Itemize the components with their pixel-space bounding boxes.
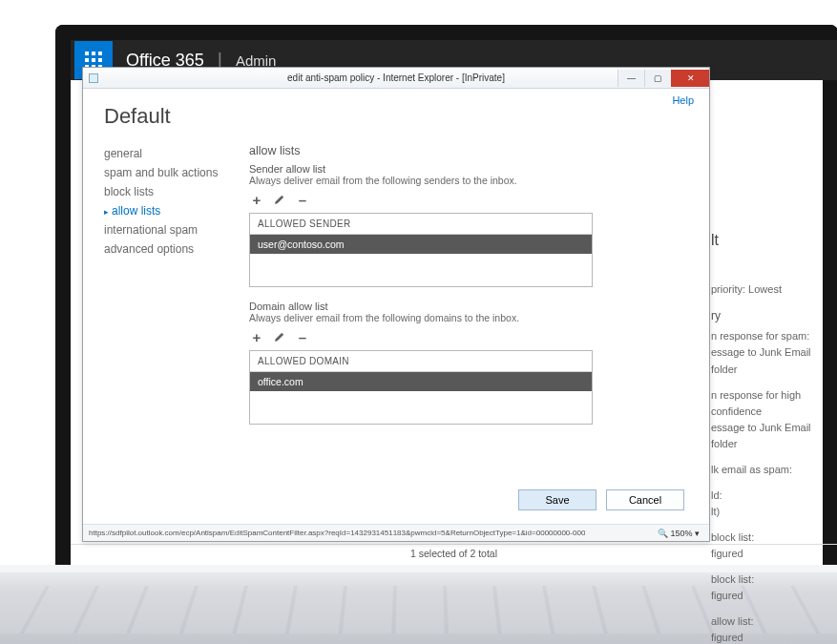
bg-line: n response for spam: xyxy=(711,328,826,344)
section-heading: allow lists xyxy=(249,144,673,157)
add-icon[interactable]: + xyxy=(249,192,264,207)
sender-row[interactable]: user@contoso.com xyxy=(250,235,592,254)
bg-line: block list: xyxy=(711,530,826,546)
svg-rect-1 xyxy=(92,52,95,55)
remove-icon[interactable]: – xyxy=(295,329,310,344)
svg-rect-4 xyxy=(92,58,95,62)
page-title: Default xyxy=(104,104,692,129)
minimize-button[interactable]: — xyxy=(617,70,644,87)
main-pane: allow lists Sender allow list Always del… xyxy=(249,144,692,425)
left-nav: general spam and bulk actions block list… xyxy=(104,144,228,425)
dialog-content: Help Default general spam and bulk actio… xyxy=(83,89,709,524)
bg-details-panel: lt priority: Lowest ry n response for sp… xyxy=(711,229,826,644)
ie-titlebar[interactable]: edit anti-spam policy - Internet Explore… xyxy=(83,68,709,89)
bg-line: ld: xyxy=(711,488,826,504)
cancel-button[interactable]: Cancel xyxy=(606,489,684,510)
help-link[interactable]: Help xyxy=(672,94,694,106)
ie-title-text: edit anti-spam policy - Internet Explore… xyxy=(287,73,505,83)
sender-allow-label: Sender allow list xyxy=(249,163,673,175)
edit-icon[interactable] xyxy=(272,329,287,344)
bg-line: lk email as spam: xyxy=(711,462,826,478)
bg-line: figured xyxy=(711,588,826,604)
close-button[interactable]: ✕ xyxy=(671,70,709,87)
domain-allow-desc: Always deliver email from the following … xyxy=(249,312,673,323)
bg-summary-hdr: ry xyxy=(711,307,826,325)
svg-rect-3 xyxy=(85,58,89,62)
bg-line: figured xyxy=(711,630,826,644)
bg-line: block list: xyxy=(711,571,826,588)
sender-allow-listbox[interactable]: ALLOWED SENDER user@contoso.com xyxy=(249,213,593,287)
maximize-button[interactable]: ▢ xyxy=(644,70,671,87)
edit-icon[interactable] xyxy=(272,192,287,207)
nav-item-allow-lists[interactable]: allow lists xyxy=(104,201,228,220)
bg-line: figured xyxy=(711,546,826,562)
zoom-value: 150% xyxy=(670,529,692,538)
nav-item-intl-spam[interactable]: international spam xyxy=(104,220,228,239)
save-button[interactable]: Save xyxy=(518,489,596,510)
domain-column-header: ALLOWED DOMAIN xyxy=(250,351,592,372)
status-url: https://sdfpilot.outlook.com/ecp/Antispa… xyxy=(89,529,585,537)
domain-allow-label: Domain allow list xyxy=(249,301,673,312)
svg-rect-2 xyxy=(98,52,102,55)
remove-icon[interactable]: – xyxy=(295,192,310,207)
admin-section-label: Admin xyxy=(236,52,277,69)
bg-line: essage to Junk Email folder xyxy=(711,344,826,377)
ie-status-bar: https://sdfpilot.outlook.com/ecp/Antispa… xyxy=(83,524,709,541)
bg-priority: priority: Lowest xyxy=(711,281,826,298)
nav-item-advanced[interactable]: advanced options xyxy=(104,239,228,259)
domain-row[interactable]: office.com xyxy=(250,372,592,391)
bg-line: allow list: xyxy=(711,613,826,630)
add-icon[interactable]: + xyxy=(249,329,264,344)
svg-rect-5 xyxy=(98,58,102,62)
sender-column-header: ALLOWED SENDER xyxy=(250,214,592,235)
nav-item-block-lists[interactable]: block lists xyxy=(104,182,228,201)
bg-line: lt) xyxy=(711,504,826,520)
bg-line: essage to Junk Email folder xyxy=(711,420,826,452)
nav-item-general[interactable]: general xyxy=(104,144,228,163)
bg-line: n response for high confidence xyxy=(711,387,826,420)
svg-rect-0 xyxy=(85,52,89,55)
nav-item-spam-bulk[interactable]: spam and bulk actions xyxy=(104,163,228,182)
sender-allow-desc: Always deliver email from the following … xyxy=(249,175,673,186)
domain-allow-listbox[interactable]: ALLOWED DOMAIN office.com xyxy=(249,350,593,425)
zoom-indicator[interactable]: 🔍 150% ▾ xyxy=(654,529,703,538)
ie-page-icon xyxy=(89,73,98,83)
ie-window: edit anti-spam policy - Internet Explore… xyxy=(82,67,710,542)
bg-title-tail: lt xyxy=(711,229,826,253)
